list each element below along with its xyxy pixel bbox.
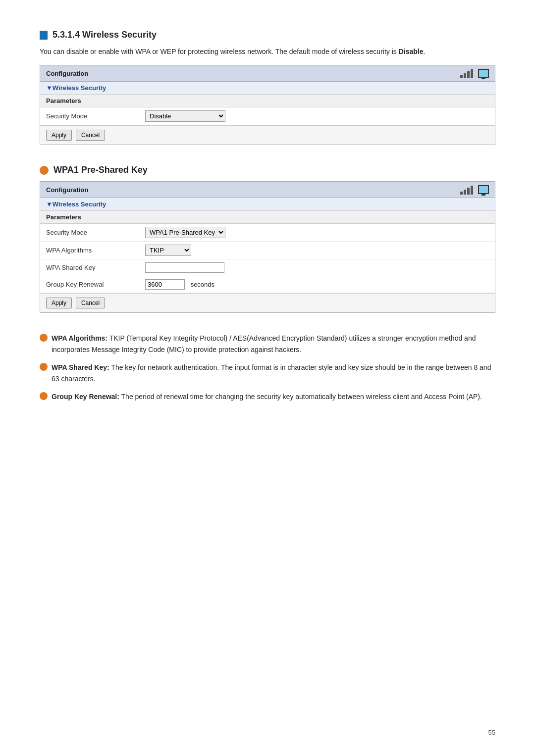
section1-title: 5.3.1.4 Wireless Security bbox=[53, 30, 157, 40]
group-key-renewal-cell: seconds bbox=[139, 276, 495, 293]
config-header-title-1: Configuration bbox=[46, 70, 88, 77]
page-number: 55 bbox=[488, 729, 495, 736]
config-row-header-2: Parameters bbox=[40, 211, 495, 224]
bullet-item-2: WPA Shared Key: The key for network auth… bbox=[40, 362, 495, 384]
monitor-icon-2 bbox=[478, 185, 489, 194]
bullet-label-2: WPA Shared Key: bbox=[52, 363, 109, 371]
config-sub-header-1: ▼Wireless Security bbox=[40, 82, 495, 95]
group-key-renewal-input[interactable] bbox=[145, 279, 185, 290]
section1-desc: You can disable or enable with WPA or WE… bbox=[40, 46, 495, 57]
wpa-algorithms-label: WPA Algorithms bbox=[40, 242, 139, 259]
config-sub-header-2: ▼Wireless Security bbox=[40, 198, 495, 211]
signal-bars-icon-2 bbox=[460, 185, 473, 195]
security-mode-select-1[interactable]: Disable WPA1 Pre-Shared Key WPA2 Pre-Sha… bbox=[145, 110, 225, 122]
config-header-2: Configuration bbox=[40, 182, 495, 198]
table-row: WPA Shared Key bbox=[40, 259, 495, 276]
group-key-renewal-label: Group Key Renewal bbox=[40, 276, 139, 293]
table-row: Group Key Renewal seconds bbox=[40, 276, 495, 293]
header-icons-1 bbox=[460, 68, 489, 78]
wpa-algorithms-select[interactable]: TKIP AES TKIP+AES bbox=[145, 245, 191, 256]
wpa-algorithms-cell: TKIP AES TKIP+AES bbox=[139, 242, 495, 259]
config-footer-2: Apply Cancel bbox=[40, 293, 495, 312]
security-mode-select-2[interactable]: Disable WPA1 Pre-Shared Key WPA2 Pre-Sha… bbox=[145, 227, 225, 238]
security-mode-label: Security Mode bbox=[40, 107, 139, 125]
config-row-header-1: Parameters bbox=[40, 95, 495, 107]
header-icons-2 bbox=[460, 185, 489, 195]
bullet-content-1: TKIP (Temporal Key Integrity Protocol) /… bbox=[52, 334, 476, 353]
monitor-icon bbox=[478, 69, 489, 78]
apply-button-2[interactable]: Apply bbox=[46, 298, 72, 308]
config-box-2: Configuration ▼Wireless Security Paramet… bbox=[40, 181, 495, 313]
bullet-text-2: WPA Shared Key: The key for network auth… bbox=[52, 362, 495, 384]
bullet-circle-icon-3 bbox=[40, 392, 48, 400]
bullets-section: WPA Algorithms: TKIP (Temporal Key Integ… bbox=[40, 333, 495, 402]
wpa-shared-key-input[interactable] bbox=[145, 262, 224, 273]
apply-button-1[interactable]: Apply bbox=[46, 130, 72, 141]
bullet-text-1: WPA Algorithms: TKIP (Temporal Key Integ… bbox=[52, 333, 495, 355]
section2-heading: WPA1 Pre-Shared Key bbox=[40, 165, 495, 175]
security-mode-cell: Disable WPA1 Pre-Shared Key WPA2 Pre-Sha… bbox=[139, 107, 495, 125]
config-table-1: Security Mode Disable WPA1 Pre-Shared Ke… bbox=[40, 107, 495, 125]
table-row: WPA Algorithms TKIP AES TKIP+AES bbox=[40, 242, 495, 259]
table-row: Security Mode Disable WPA1 Pre-Shared Ke… bbox=[40, 224, 495, 242]
config-footer-1: Apply Cancel bbox=[40, 125, 495, 145]
section1-heading: 5.3.1.4 Wireless Security bbox=[40, 30, 495, 40]
config-box-1: Configuration ▼Wireless Security Paramet… bbox=[40, 65, 495, 145]
bullet-label-3: Group Key Renewal: bbox=[52, 393, 119, 401]
orange-circle-icon bbox=[40, 166, 49, 175]
bullet-text-3: Group Key Renewal: The period of renewal… bbox=[52, 391, 495, 402]
section2-title: WPA1 Pre-Shared Key bbox=[54, 165, 148, 175]
cancel-button-1[interactable]: Cancel bbox=[76, 130, 105, 141]
bullet-circle-icon-2 bbox=[40, 363, 48, 371]
wpa-shared-key-cell bbox=[139, 259, 495, 276]
security-mode-label-2: Security Mode bbox=[40, 224, 139, 242]
signal-bars-icon bbox=[460, 68, 473, 78]
blue-rect-icon bbox=[40, 31, 48, 40]
config-header-title-2: Configuration bbox=[46, 186, 88, 194]
section-wireless-security: 5.3.1.4 Wireless Security You can disabl… bbox=[40, 30, 495, 145]
section-wpa1: WPA1 Pre-Shared Key Configuration ▼Wirel… bbox=[40, 165, 495, 313]
bullet-circle-icon-1 bbox=[40, 334, 48, 342]
bullet-item-1: WPA Algorithms: TKIP (Temporal Key Integ… bbox=[40, 333, 495, 355]
seconds-label: seconds bbox=[191, 281, 214, 288]
cancel-button-2[interactable]: Cancel bbox=[76, 298, 105, 308]
wpa-shared-key-label: WPA Shared Key bbox=[40, 259, 139, 276]
bullet-content-2: The key for network authentication. The … bbox=[52, 363, 491, 382]
bullet-label-1: WPA Algorithms: bbox=[52, 334, 107, 342]
bullet-item-3: Group Key Renewal: The period of renewal… bbox=[40, 391, 495, 402]
config-header-1: Configuration bbox=[40, 65, 495, 82]
bullet-content-3: The period of renewal time for changing … bbox=[121, 393, 482, 401]
table-row: Security Mode Disable WPA1 Pre-Shared Ke… bbox=[40, 107, 495, 125]
config-table-2: Security Mode Disable WPA1 Pre-Shared Ke… bbox=[40, 224, 495, 293]
security-mode-cell-2: Disable WPA1 Pre-Shared Key WPA2 Pre-Sha… bbox=[139, 224, 495, 242]
